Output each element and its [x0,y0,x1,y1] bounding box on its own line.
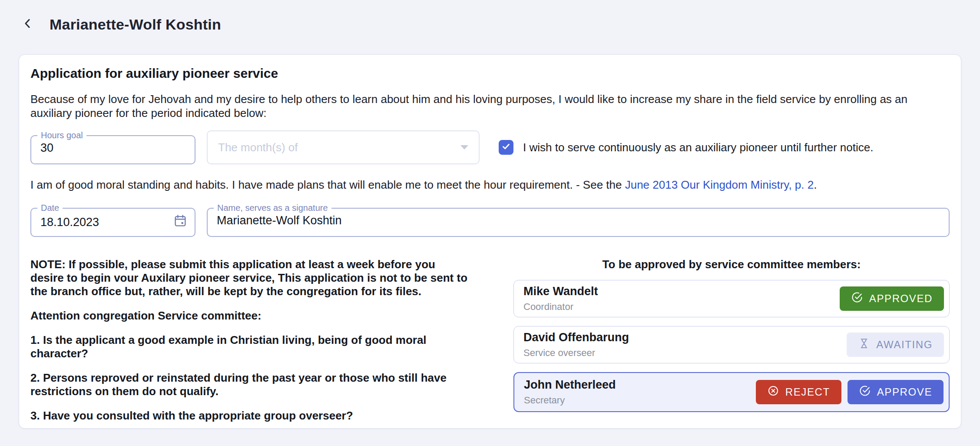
member-row-mike-wandelt: Mike Wandelt Coordinator APPROVED [513,280,950,317]
member-role: Secretary [524,395,616,406]
date-label: Date [37,203,63,213]
moral-standing-text: I am of good moral standing and habits. … [30,178,950,192]
goal-row: Hours goal The month(s) of I wish to ser… [30,130,950,164]
approve-button[interactable]: APPROVE [848,380,944,404]
approvals-column: To be approved by service committee memb… [513,258,950,423]
member-role: Coordinator [523,301,598,313]
awaiting-status-badge: AWAITING [847,333,944,357]
question-2: 2. Persons reproved or reinstated during… [30,371,469,398]
approve-label: APPROVE [877,386,932,398]
hours-goal-label: Hours goal [37,130,86,140]
months-select[interactable]: The month(s) of [207,130,480,164]
continuous-service-group: I wish to serve continuously as an auxil… [499,130,873,164]
member-name: John Netherleed [524,378,616,392]
member-info: John Netherleed Secretary [524,378,616,406]
moral-suffix: . [814,178,817,191]
member-row-david-offenbarung: David Offenbarung Service overseer AWAIT… [513,326,950,363]
calendar-icon [173,213,188,230]
approved-status-badge: APPROVED [840,286,944,311]
question-3: 3. Have you consulted with the appropria… [30,409,469,423]
check-circle-icon [851,291,869,306]
date-picker-button[interactable] [172,213,189,230]
back-button[interactable] [19,16,36,33]
continuous-service-checkbox[interactable] [499,140,513,155]
bottom-section: NOTE: If possible, please submit this ap… [30,258,950,423]
signature-field: Name, serves as a signature [207,203,950,237]
member-info: David Offenbarung Service overseer [523,331,629,359]
cancel-circle-icon [767,385,785,399]
note-text: NOTE: If possible, please submit this ap… [30,258,469,298]
approval-actions: REJECT APPROVE [756,380,944,404]
reject-label: REJECT [785,386,830,398]
app-header: Marianette-Wolf Koshtin [0,0,980,33]
months-placeholder: The month(s) of [218,141,298,154]
signature-input[interactable] [208,213,874,227]
check-icon [501,141,511,153]
member-name: Mike Wandelt [523,285,598,298]
attention-heading: Attention congregation Service committee… [30,309,469,323]
hourglass-icon [858,337,876,352]
signature-row: Date Name, serves as a signature [30,203,950,237]
approvals-title: To be approved by service committee memb… [513,258,950,271]
form-title: Application for auxiliary pioneer servic… [30,66,950,81]
signature-label: Name, serves as a signature [214,203,331,213]
member-role: Service overseer [523,347,629,359]
page-title: Marianette-Wolf Koshtin [50,16,221,33]
chevron-left-icon [21,17,34,32]
date-field: Date [30,203,195,237]
notes-column: NOTE: If possible, please submit this ap… [30,258,469,423]
hours-goal-input[interactable] [31,140,178,155]
moral-text-span: I am of good moral standing and habits. … [30,178,625,191]
check-circle-icon [859,385,877,399]
member-row-john-netherleed: John Netherleed Secretary REJECT [513,372,950,412]
reject-button[interactable]: REJECT [756,380,841,404]
hours-goal-field: Hours goal [30,130,195,164]
kingdom-ministry-link[interactable]: June 2013 Our Kingdom Ministry, p. 2 [625,178,814,191]
member-name: David Offenbarung [523,331,629,344]
date-input[interactable] [31,215,172,229]
question-1: 1. Is the applicant a good example in Ch… [30,333,469,360]
approved-label: APPROVED [869,293,933,305]
member-info: Mike Wandelt Coordinator [523,285,598,313]
intro-text: Because of my love for Jehovah and my de… [30,92,947,120]
continuous-service-label[interactable]: I wish to serve continuously as an auxil… [523,141,873,154]
awaiting-label: AWAITING [876,339,933,351]
application-card: Application for auxiliary pioneer servic… [19,54,961,429]
dropdown-arrow-icon [460,145,468,150]
